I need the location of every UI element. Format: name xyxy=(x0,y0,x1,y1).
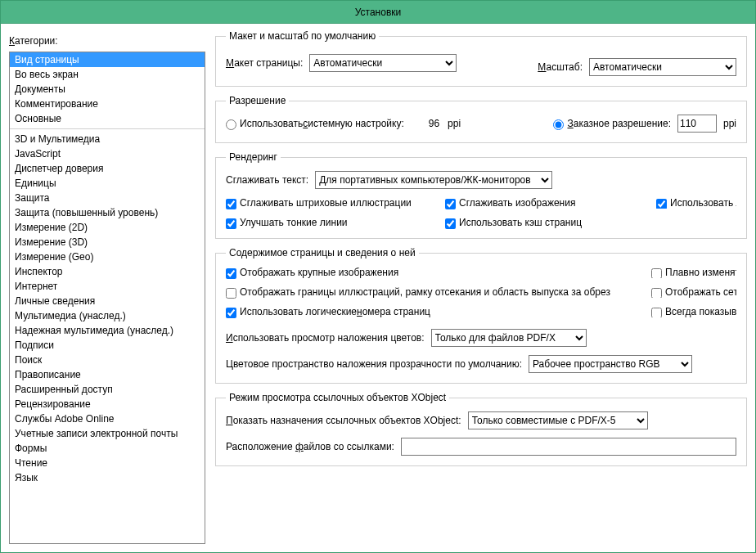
overprint-select[interactable]: Только для файлов PDF/X xyxy=(431,329,587,347)
category-item[interactable]: Учетные записи электронной почты xyxy=(10,426,205,441)
category-item[interactable]: Службы Adobe Online xyxy=(10,411,205,426)
smooth-text-select[interactable]: Для портативных компьютеров/ЖК-мониторов xyxy=(315,171,552,189)
categories-label: Категории: xyxy=(9,30,205,48)
custom-resolution-radio[interactable]: Заказное разрешение: xyxy=(553,118,671,129)
overprint-label: Использовать просмотр наложения цветов: xyxy=(226,332,425,344)
smooth-images-checkbox[interactable]: Сглаживать изображения xyxy=(445,197,650,209)
zoom-select[interactable]: Автоматически xyxy=(589,58,736,76)
category-item[interactable]: Подписи xyxy=(10,338,205,353)
smooth-lineart-checkbox[interactable]: Сглаживать штриховые иллюстрации xyxy=(226,197,439,209)
smooth-text-label: Сглаживать текст: xyxy=(226,174,308,186)
category-item[interactable]: Интернет xyxy=(10,279,205,294)
page-layout-label: Макет страницы: xyxy=(226,57,303,69)
categories-listbox[interactable]: Вид страницыВо весь экранДокументыКоммен… xyxy=(9,52,205,544)
layout-zoom-group: Макет и масштаб по умолчанию Макет стран… xyxy=(215,30,747,87)
category-item[interactable]: Измерение (Geo) xyxy=(10,250,205,264)
category-item[interactable]: Язык xyxy=(10,470,205,485)
xobject-targets-select[interactable]: Только совместимые с PDF/X-5 xyxy=(468,411,648,429)
xobject-legend: Режим просмотра ссылочных объектов XObje… xyxy=(226,392,449,403)
category-item[interactable]: Расширенный доступ xyxy=(10,382,205,397)
custom-resolution-input[interactable] xyxy=(677,115,717,133)
xobject-files-input[interactable] xyxy=(401,438,736,456)
category-item[interactable]: Защита (повышенный уровень) xyxy=(10,205,205,220)
page-layout-select[interactable]: Автоматически xyxy=(309,54,457,72)
category-item[interactable]: Мультимедиа (унаслед.) xyxy=(10,308,205,323)
preferences-window: Установки Категории: Вид страницыВо весь… xyxy=(0,0,756,553)
category-item[interactable]: Правописание xyxy=(10,367,205,382)
system-resolution-radio[interactable]: Использовать системную настройку: 96 ppi xyxy=(226,118,461,129)
xobject-group: Режим просмотра ссылочных объектов XObje… xyxy=(215,392,747,466)
category-item[interactable]: Чтение xyxy=(10,456,205,470)
category-item[interactable]: Основные xyxy=(10,111,205,126)
always-doc-size-checkbox[interactable]: Всегда показывать размер документа xyxy=(651,306,736,317)
category-item[interactable]: Формы xyxy=(10,441,205,456)
category-item[interactable]: Вид страницы xyxy=(10,52,205,67)
local-fonts-checkbox[interactable]: Использовать локальные шрифты xyxy=(656,197,736,209)
category-item[interactable]: Во весь экран xyxy=(10,67,205,82)
resolution-legend: Разрешение xyxy=(226,95,289,106)
window-title: Установки xyxy=(1,1,755,24)
enhance-thin-lines-checkbox[interactable]: Улучшать тонкие линии xyxy=(226,217,439,228)
xobject-targets-label: Показать назначения ссылочных объектов X… xyxy=(226,415,461,426)
category-item[interactable]: Поиск xyxy=(10,353,205,367)
category-item[interactable]: Диспетчер доверия xyxy=(10,161,205,176)
page-content-group: Содержимое страницы и сведения о ней Ото… xyxy=(215,247,747,384)
smooth-zoom-checkbox[interactable]: Плавно изменять масштаб xyxy=(651,267,736,278)
categories-panel: Категории: Вид страницыВо весь экранДоку… xyxy=(9,30,205,544)
artbox-checkbox[interactable]: Отображать границы иллюстраций, рамку от… xyxy=(226,286,635,298)
settings-panel: Макет и масштаб по умолчанию Макет стран… xyxy=(215,30,747,544)
xobject-files-label: Расположение файлов со ссылками: xyxy=(226,441,394,452)
category-item[interactable]: Документы xyxy=(10,82,205,97)
category-item[interactable]: Инспектор xyxy=(10,264,205,279)
category-item[interactable]: Измерение (3D) xyxy=(10,235,205,250)
logical-pages-checkbox[interactable]: Использовать логические номера страниц xyxy=(226,306,635,317)
rendering-group: Рендеринг Сглаживать текст: Для портатив… xyxy=(215,151,747,239)
category-item[interactable]: Надежная мультимедиа (унаслед.) xyxy=(10,323,205,338)
category-item[interactable]: Защита xyxy=(10,191,205,205)
resolution-group: Разрешение Использовать системную настро… xyxy=(215,95,747,143)
layout-zoom-legend: Макет и масштаб по умолчанию xyxy=(226,30,379,42)
category-item[interactable]: Личные сведения xyxy=(10,294,205,308)
content-area: Категории: Вид страницыВо весь экранДоку… xyxy=(1,24,755,552)
page-cache-checkbox[interactable]: Использовать кэш страниц xyxy=(445,217,650,228)
category-item[interactable]: Комментирование xyxy=(10,97,205,111)
grid-checkbox[interactable]: Отображать сетку прозрачности xyxy=(651,286,736,298)
category-item[interactable]: 3D и Мультимедиа xyxy=(10,132,205,146)
page-content-legend: Содержимое страницы и сведения о ней xyxy=(226,247,419,259)
category-item[interactable]: Единицы xyxy=(10,176,205,191)
large-images-checkbox[interactable]: Отображать крупные изображения xyxy=(226,267,635,278)
category-item[interactable]: JavaScript xyxy=(10,146,205,161)
rendering-legend: Рендеринг xyxy=(226,151,281,163)
category-item[interactable]: Рецензирование xyxy=(10,397,205,411)
category-item[interactable]: Измерение (2D) xyxy=(10,220,205,235)
blendspace-label: Цветовое пространство наложения прозрачн… xyxy=(226,358,522,370)
zoom-label: Масштаб: xyxy=(538,61,583,73)
category-divider xyxy=(10,128,205,129)
blendspace-select[interactable]: Рабочее пространство RGB xyxy=(529,355,692,373)
